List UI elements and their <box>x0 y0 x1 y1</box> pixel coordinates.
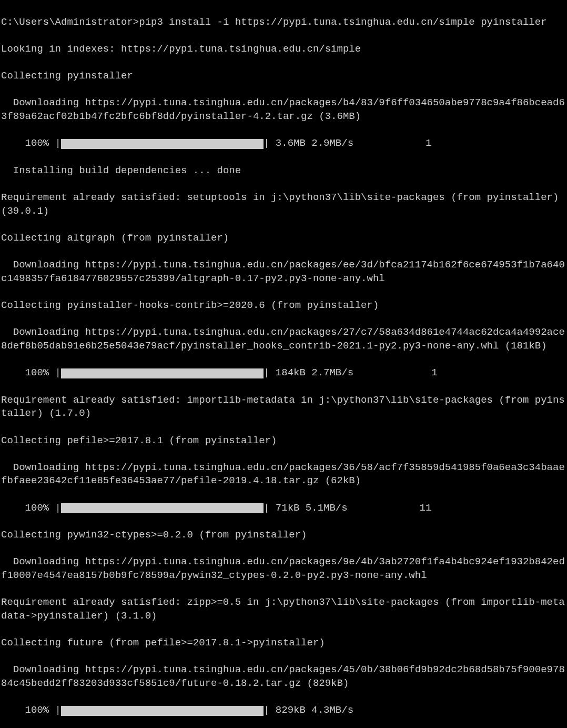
output-line: Downloading https://pypi.tuna.tsinghua.e… <box>1 663 566 690</box>
output-line: Downloading https://pypi.tuna.tsinghua.e… <box>1 96 566 123</box>
output-line: Collecting pefile>=2017.8.1 (from pyinst… <box>1 434 566 448</box>
output-line: Downloading https://pypi.tuna.tsinghua.e… <box>1 326 566 353</box>
output-line: Collecting pywin32-ctypes>=0.2.0 (from p… <box>1 528 566 542</box>
progress-bar-row: 100% || 71kB 5.1MB/s 11 <box>1 502 566 515</box>
prompt-command: pip3 install -i https://pypi.tuna.tsingh… <box>139 16 546 28</box>
prompt-path: C:\Users\Administrator> <box>1 16 139 28</box>
progress-stats: | 71kB 5.1MB/s 11 <box>264 502 431 515</box>
progress-bar-row: 100% || 3.6MB 2.9MB/s 1 <box>1 137 566 151</box>
progress-stats: | 3.6MB 2.9MB/s 1 <box>264 137 431 151</box>
progress-percent: 100% | <box>1 502 61 515</box>
progress-percent: 100% | <box>1 704 61 717</box>
output-line: Collecting pyinstaller <box>1 69 566 83</box>
output-line: Downloading https://pypi.tuna.tsinghua.e… <box>1 461 566 488</box>
progress-bar-fill <box>61 503 264 513</box>
progress-percent: 100% | <box>1 137 61 151</box>
progress-bar-fill <box>61 706 264 716</box>
output-line: Installing build dependencies ... done <box>1 164 566 178</box>
output-line: Collecting pyinstaller-hooks-contrib>=20… <box>1 299 566 313</box>
output-line: Collecting future (from pefile>=2017.8.1… <box>1 636 566 650</box>
progress-bar-fill <box>61 368 264 378</box>
progress-bar-fill <box>61 139 264 149</box>
prompt-line: C:\Users\Administrator>pip3 install -i h… <box>1 16 566 29</box>
progress-bar-row: 100% || 829kB 4.3MB/s <box>1 704 566 717</box>
progress-stats: | 184kB 2.7MB/s 1 <box>264 366 438 380</box>
output-line: Downloading https://pypi.tuna.tsinghua.e… <box>1 258 566 285</box>
progress-bar-row: 100% || 184kB 2.7MB/s 1 <box>1 366 566 380</box>
progress-stats: | 829kB 4.3MB/s <box>264 704 353 717</box>
output-line: Downloading https://pypi.tuna.tsinghua.e… <box>1 555 566 582</box>
output-line: Requirement already satisfied: setuptool… <box>1 191 566 218</box>
output-line: Requirement already satisfied: zipp>=0.5… <box>1 596 566 623</box>
output-line: Looking in indexes: https://pypi.tuna.ts… <box>1 43 566 56</box>
output-line: Collecting altgraph (from pyinstaller) <box>1 232 566 245</box>
output-line: Requirement already satisfied: importlib… <box>1 394 566 421</box>
terminal-output[interactable]: C:\Users\Administrator>pip3 install -i h… <box>0 0 567 728</box>
progress-percent: 100% | <box>1 366 61 380</box>
